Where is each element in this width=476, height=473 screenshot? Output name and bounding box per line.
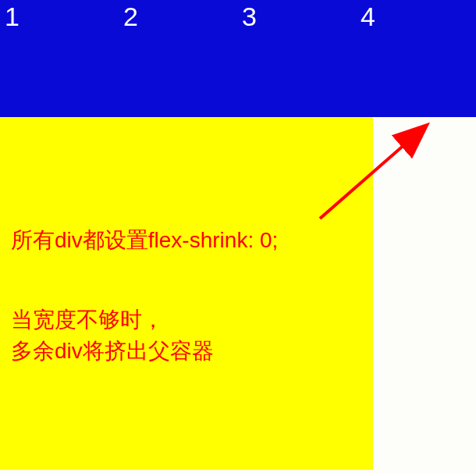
flex-item-1: 1 — [0, 0, 119, 117]
flex-item-2: 2 — [119, 0, 237, 117]
annotation-line-3: 多余div将挤出父容器 — [11, 336, 214, 366]
flex-item-4: 4 — [356, 0, 474, 117]
flex-item-3: 3 — [237, 0, 356, 117]
parent-container-boundary — [0, 117, 373, 470]
annotation-line-2: 当宽度不够时， — [11, 304, 164, 335]
annotation-line-1: 所有div都设置flex-shrink: 0; — [11, 225, 278, 255]
flex-container: 1 2 3 4 — [0, 0, 476, 117]
